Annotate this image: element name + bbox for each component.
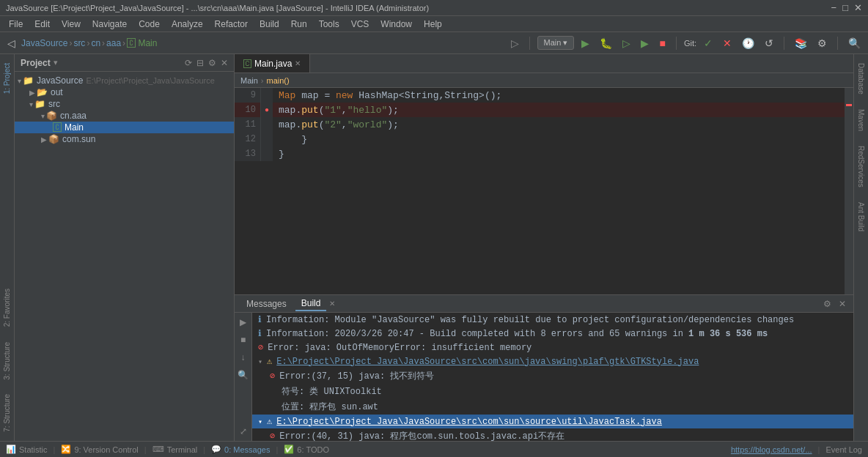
breadcrumb-method[interactable]: main() [267,76,290,85]
msg-javactask[interactable]: ▾ ⚠ E:\Project\Project_Java\JavaSource\s… [252,415,853,428]
tree-main[interactable]: 🄲 Main [15,122,234,133]
menu-build[interactable]: Build [254,18,285,31]
status-statistic[interactable]: 📊 Statistic [6,445,48,454]
status-event-log[interactable]: Event Log [825,445,862,454]
tab-close-icon[interactable]: ✕ [295,59,301,67]
status-todo[interactable]: ✅ 6: TODO [284,445,329,454]
msg-stop-icon[interactable]: ■ [239,333,247,346]
menu-tools[interactable]: Tools [313,18,345,31]
msg-gtkstyle[interactable]: ▾ ⚠ E:\Project\Project_Java\JavaSource\s… [252,354,853,368]
menu-view[interactable]: View [56,18,87,31]
msg-info-1[interactable]: ℹ Information: Module "JavaSource" was f… [252,313,853,327]
msg-path-gtkstyle[interactable]: E:\Project\Project_Java\JavaSource\src\c… [276,357,699,367]
git-x-icon[interactable]: ✕ [720,36,735,51]
tree-out[interactable]: ▶ 📂 out [15,86,234,98]
menu-edit[interactable]: Edit [29,18,56,31]
msg-path-javactask[interactable]: E:\Project\Project_Java\JavaSource\src\c… [276,417,662,427]
sidebar-item-structure2[interactable]: 7: Structure [1,391,12,435]
tab-main-java[interactable]: 🄲 Main.java ✕ [235,54,310,73]
minimize-button[interactable]: − [831,2,837,13]
breakpoint-dot[interactable]: ● [265,106,269,114]
tree-cn-aaa-arrow[interactable]: ▾ [41,112,45,120]
close-button[interactable]: ✕ [854,2,862,13]
msg-settings-icon[interactable]: ⚙ [822,297,833,311]
tree-root-arrow[interactable]: ▾ [18,77,21,85]
run-other-button[interactable]: ▶ [638,36,652,51]
tree-cn-aaa[interactable]: ▾ 📦 cn.aaa [15,110,234,122]
git-revert-icon[interactable]: ↺ [762,36,776,51]
sidebar-item-favorites[interactable]: 2: Favorites [1,286,12,330]
sidebar-database[interactable]: Database [856,60,867,97]
msg-expand-gtkstyle[interactable]: ▾ [258,357,262,366]
tree-src-arrow[interactable]: ▾ [29,100,33,108]
tree-out-arrow[interactable]: ▶ [29,89,35,97]
msg-error-oom[interactable]: ⊘ Error: java: OutOfMemoryError: insuffi… [252,341,853,354]
status-version-control[interactable]: 🔀 9: Version Control [61,445,138,454]
status-messages[interactable]: 💬 0: Messages [211,445,270,454]
msg-expand-icon[interactable]: ⤢ [238,425,249,438]
breakpoint-col-11[interactable] [261,117,273,132]
stop-button[interactable]: ■ [656,36,668,51]
msg-info-2[interactable]: ℹ Information: 2020/3/26 20:47 - Build c… [252,327,853,341]
breadcrumb-class[interactable]: Main [240,76,258,85]
tree-src[interactable]: ▾ 📁 src [15,98,234,110]
run-coverage-button[interactable]: ▷ [619,36,633,51]
msg-expand-javactask[interactable]: ▾ [258,417,262,426]
bookmarks-icon[interactable]: 📚 [792,36,810,51]
run-config-selector[interactable]: Main ▾ [537,36,575,50]
menu-refactor[interactable]: Refactor [209,18,254,31]
project-collapse-icon[interactable]: ⊟ [196,58,204,68]
menu-code[interactable]: Code [133,18,166,31]
menu-window[interactable]: Window [375,18,418,31]
settings-icon[interactable]: ⚙ [814,36,830,51]
project-header-dropdown[interactable]: ▾ [54,58,58,67]
msg-tab-build[interactable]: Build [295,297,327,311]
menu-vcs[interactable]: VCS [345,18,375,31]
breadcrumb-javasource[interactable]: JavaSource [21,38,67,48]
forward-icon[interactable]: ▷ [508,36,522,51]
msg-gtkstyle-err1[interactable]: ⊘ Error:(37, 15) java: 找不到符号 [252,368,853,384]
menu-file[interactable]: File [3,18,29,31]
tree-com-sun-arrow[interactable]: ▶ [41,135,47,144]
git-check-icon[interactable]: ✓ [701,36,716,51]
breadcrumb-src[interactable]: src [73,38,85,48]
breakpoint-col-13[interactable] [261,146,273,161]
menu-help[interactable]: Help [418,18,448,31]
sidebar-maven[interactable]: Maven [856,106,867,134]
menu-navigate[interactable]: Navigate [87,18,133,31]
tree-com-sun[interactable]: ▶ 📦 com.sun [15,133,234,145]
code-scroll-area[interactable]: 9 Map map = new HashMap<String,String>()… [235,88,845,294]
git-history-icon[interactable]: 🕐 [739,36,757,51]
msg-javactask-err1[interactable]: ⊘ Error:(40, 31) java: 程序包com.sun.tools.… [252,428,853,441]
msg-close-icon[interactable]: ✕ [837,297,847,311]
breakpoint-col-12[interactable] [261,132,273,146]
project-close-icon[interactable]: ✕ [221,58,228,68]
sidebar-item-project[interactable]: 1: Project [1,60,12,97]
project-settings-icon[interactable]: ⚙ [208,58,216,68]
msg-scroll-end-icon[interactable]: ↓ [240,351,247,364]
msg-rerun-icon[interactable]: ▶ [238,316,248,329]
status-terminal[interactable]: ⌨ Terminal [152,445,198,454]
messages-content[interactable]: ℹ Information: Module "JavaSource" was f… [252,313,853,441]
run-button[interactable]: ▶ [578,36,592,51]
msg-filter-icon[interactable]: 🔍 [236,368,250,382]
project-sync-icon[interactable]: ⟳ [185,58,192,68]
breadcrumb-main[interactable]: 🄲 Main [127,38,157,48]
breadcrumb-aaa[interactable]: aaa [106,38,121,48]
sidebar-item-structure[interactable]: 3: Structure [1,339,12,383]
sidebar-redservices[interactable]: RedServices [856,143,867,190]
menu-run[interactable]: Run [285,18,313,31]
sidebar-ant-build[interactable]: Ant Build [856,199,867,234]
breakpoint-col-9[interactable] [261,88,273,103]
back-icon[interactable]: ◁ [4,36,18,51]
msg-tab-close[interactable]: ✕ [329,300,335,308]
tree-root[interactable]: ▾ 📁 JavaSource E:\Project\Project_Java\J… [15,75,234,86]
code-editor[interactable]: 9 Map map = new HashMap<String,String>()… [235,88,853,294]
search-everywhere-icon[interactable]: 🔍 [845,36,864,51]
breakpoint-col-10[interactable]: ● [261,103,273,117]
status-url[interactable]: https://blog.csdn.net/... [731,445,812,454]
debug-button[interactable]: 🐛 [597,36,615,51]
breadcrumb-cn[interactable]: cn [91,38,100,48]
menu-analyze[interactable]: Analyze [166,18,209,31]
maximize-button[interactable]: □ [842,2,848,13]
